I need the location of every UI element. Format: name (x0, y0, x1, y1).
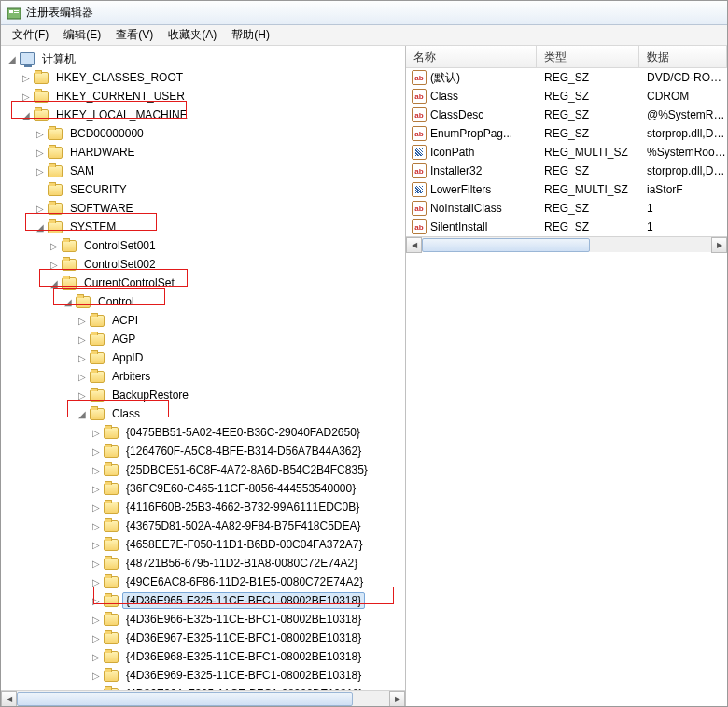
expand-toggle[interactable]: ◢ (77, 408, 88, 419)
tree-guid-10[interactable]: ▷{4D36E966-E325-11CE-BFC1-08002BE10318} (3, 610, 405, 629)
scroll-right-button[interactable]: ▶ (389, 691, 405, 707)
tree-backup[interactable]: ▷BackupRestore (3, 386, 405, 404)
expand-toggle[interactable]: ▷ (91, 483, 102, 494)
expand-toggle[interactable]: ▷ (77, 371, 88, 382)
expand-toggle[interactable]: ▷ (91, 651, 102, 662)
expand-toggle[interactable]: ▷ (91, 539, 102, 550)
tree-cs002[interactable]: ▷ControlSet002 (3, 255, 405, 274)
tree-guid-8[interactable]: ▷{49CE6AC8-6F86-11D2-B1E5-0080C72E74A2} (3, 573, 405, 591)
folder-icon (34, 72, 49, 84)
tree-guid-9[interactable]: ▷{4D36E965-E325-11CE-BFC1-08002BE10318} (3, 591, 405, 610)
tree-hardware[interactable]: ▷HARDWARE (3, 143, 405, 162)
expand-toggle[interactable]: ▷ (91, 520, 102, 531)
scroll-left-button[interactable]: ◀ (406, 237, 422, 253)
values-pane[interactable]: 名称 类型 数据 (默认)REG_SZDVD/CD-ROM drivesClas… (406, 46, 727, 706)
value-row[interactable]: ClassREG_SZCDROM (406, 87, 727, 106)
tree-ccs[interactable]: ◢CurrentControlSet (3, 274, 405, 292)
value-row[interactable]: LowerFiltersREG_MULTI_SZiaStorF (406, 180, 727, 199)
expand-toggle[interactable]: ▷ (35, 165, 46, 177)
expand-toggle[interactable]: ▷ (91, 670, 102, 681)
expand-toggle[interactable]: ▷ (77, 352, 88, 363)
expand-toggle[interactable]: ▷ (91, 576, 102, 587)
tree-security[interactable]: SECURITY (3, 180, 405, 199)
expand-toggle[interactable]: ▷ (91, 595, 102, 606)
tree-guid-3[interactable]: ▷{36FC9E60-C465-11CF-8056-444553540000} (3, 479, 405, 498)
tree-sam[interactable]: ▷SAM (3, 162, 405, 180)
scroll-left-button[interactable]: ◀ (1, 691, 17, 707)
tree-guid-1[interactable]: ▷{1264760F-A5C8-4BFE-B314-D56A7B44A362} (3, 442, 405, 460)
value-row[interactable]: NoInstallClassREG_SZ1 (406, 199, 727, 218)
tree-h-scrollbar[interactable]: ◀ ▶ (1, 690, 405, 706)
tree-acpi[interactable]: ▷ACPI (3, 311, 405, 330)
tree-hkcr[interactable]: ▷HKEY_CLASSES_ROOT (3, 68, 405, 87)
expand-toggle[interactable]: ◢ (21, 109, 32, 120)
tree-agp[interactable]: ▷AGP (3, 330, 405, 348)
expand-toggle[interactable]: ▷ (91, 464, 102, 475)
list-h-scrollbar[interactable]: ◀ ▶ (406, 236, 727, 252)
expand-toggle[interactable]: ◢ (35, 221, 46, 233)
col-type[interactable]: 类型 (537, 46, 639, 67)
scroll-right-button[interactable]: ▶ (711, 237, 727, 253)
value-row[interactable]: Installer32REG_SZstorprop.dll,DvdClassIn… (406, 162, 727, 180)
tree-guid-13[interactable]: ▷{4D36E969-E325-11CE-BFC1-08002BE10318} (3, 666, 405, 685)
tree-guid-0[interactable]: ▷{0475BB51-5A02-4EE0-B36C-29040FAD2650} (3, 423, 405, 442)
tree-guid-6[interactable]: ▷{4658EE7E-F050-11D1-B6BD-00C04FA372A7} (3, 535, 405, 554)
menu-help[interactable]: 帮助(H) (224, 25, 277, 45)
expand-toggle[interactable]: ▷ (49, 240, 60, 251)
tree-guid-7[interactable]: ▷{48721B56-6795-11D2-B1A8-0080C72E74A2} (3, 554, 405, 573)
tree-label: CurrentControlSet (80, 275, 178, 291)
expand-toggle[interactable]: ▷ (35, 147, 46, 158)
folder-icon (48, 128, 63, 140)
tree-root[interactable]: ◢计算机 (3, 49, 405, 68)
menu-edit[interactable]: 编辑(E) (56, 25, 108, 45)
expand-toggle[interactable]: ◢ (63, 296, 74, 307)
tree-guid-5[interactable]: ▷{43675D81-502A-4A82-9F84-B75F418C5DEA} (3, 516, 405, 535)
value-row[interactable]: SilentInstallREG_SZ1 (406, 218, 727, 236)
expand-toggle[interactable]: ▷ (35, 128, 46, 139)
tree-control[interactable]: ◢Control (3, 292, 405, 311)
expand-toggle[interactable]: ▷ (35, 203, 46, 214)
expand-toggle[interactable]: ◢ (7, 53, 18, 64)
expand-toggle[interactable]: ▷ (91, 427, 102, 438)
col-name[interactable]: 名称 (406, 46, 537, 67)
expand-toggle[interactable]: ▷ (49, 259, 60, 270)
tree-cs001[interactable]: ▷ControlSet001 (3, 236, 405, 255)
value-row[interactable]: (默认)REG_SZDVD/CD-ROM drives (406, 68, 727, 87)
value-name: ClassDesc (430, 108, 483, 121)
menu-file[interactable]: 文件(F) (5, 25, 56, 45)
value-row[interactable]: EnumPropPag...REG_SZstorprop.dll,DvdProp… (406, 124, 727, 143)
scroll-thumb[interactable] (17, 692, 353, 706)
tree-hklm[interactable]: ◢HKEY_LOCAL_MACHINE (3, 106, 405, 124)
list-header[interactable]: 名称 类型 数据 (406, 46, 727, 68)
expand-toggle[interactable]: ▷ (91, 614, 102, 625)
expand-toggle[interactable]: ▷ (91, 502, 102, 513)
tree-appid[interactable]: ▷AppID (3, 348, 405, 367)
expand-toggle[interactable]: ▷ (77, 389, 88, 401)
expand-toggle[interactable]: ▷ (91, 558, 102, 569)
tree-bcd[interactable]: ▷BCD00000000 (3, 124, 405, 143)
tree-class[interactable]: ◢Class (3, 404, 405, 423)
tree-guid-2[interactable]: ▷{25DBCE51-6C8F-4A72-8A6D-B54C2B4FC835} (3, 460, 405, 479)
menu-view[interactable]: 查看(V) (108, 25, 161, 45)
tree-guid-11[interactable]: ▷{4D36E967-E325-11CE-BFC1-08002BE10318} (3, 629, 405, 647)
col-data[interactable]: 数据 (639, 46, 727, 67)
tree-system[interactable]: ◢SYSTEM (3, 218, 405, 236)
expand-toggle[interactable]: ▷ (91, 445, 102, 457)
expand-toggle[interactable]: ◢ (49, 277, 60, 289)
scroll-thumb[interactable] (422, 238, 590, 252)
tree-label: HKEY_CLASSES_ROOT (52, 69, 187, 86)
tree-guid-4[interactable]: ▷{4116F60B-25B3-4662-B732-99A6111EDC0B} (3, 498, 405, 516)
expand-toggle[interactable]: ▷ (77, 315, 88, 326)
tree-arbiters[interactable]: ▷Arbiters (3, 367, 405, 386)
tree-guid-12[interactable]: ▷{4D36E968-E325-11CE-BFC1-08002BE10318} (3, 647, 405, 666)
expand-toggle[interactable]: ▷ (91, 632, 102, 643)
menu-favorites[interactable]: 收藏夹(A) (161, 25, 224, 45)
value-row[interactable]: ClassDescREG_SZ@%SystemRoot%\System32\..… (406, 106, 727, 124)
tree-hkcu[interactable]: ▷HKEY_CURRENT_USER (3, 87, 405, 106)
tree-software[interactable]: ▷SOFTWARE (3, 199, 405, 218)
expand-toggle[interactable]: ▷ (21, 91, 32, 102)
value-row[interactable]: IconPathREG_MULTI_SZ%SystemRoot%\System3… (406, 143, 727, 162)
tree-pane[interactable]: ◢计算机▷HKEY_CLASSES_ROOT▷HKEY_CURRENT_USER… (1, 46, 406, 706)
expand-toggle[interactable]: ▷ (21, 72, 32, 83)
expand-toggle[interactable]: ▷ (77, 333, 88, 345)
